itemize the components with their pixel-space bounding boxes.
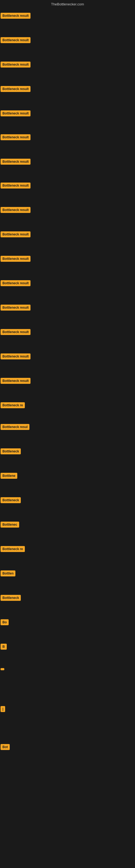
bottleneck-label: Bottleneck result xyxy=(1,305,31,311)
bottleneck-label: Bo xyxy=(1,619,9,625)
bottleneck-label: Bottleneck result xyxy=(1,231,31,237)
bottleneck-label: Bottleneck result xyxy=(1,280,31,286)
bottleneck-label xyxy=(1,668,4,670)
bottleneck-label: Bottleneck xyxy=(1,595,21,601)
bottleneck-label: Bottleneck result xyxy=(1,256,31,262)
bottleneck-label: Bottlen xyxy=(1,570,15,577)
bottleneck-label: B xyxy=(1,644,7,650)
bottleneck-label: Bottlene xyxy=(1,473,17,479)
bottleneck-label: Bottleneck result xyxy=(1,329,31,335)
bottleneck-label: Bottleneck result xyxy=(1,13,31,19)
bottleneck-label: Bottleneck result xyxy=(1,159,31,165)
bottleneck-label: Bottleneck result xyxy=(1,37,31,43)
bottleneck-label: Bottleneck result xyxy=(1,134,31,140)
bottleneck-label: Bottleneck result xyxy=(1,207,31,213)
bottleneck-label: Bottleneck result xyxy=(1,183,31,188)
bottleneck-label: Bottleneck result xyxy=(1,378,31,384)
bottleneck-label: Bottlenec xyxy=(1,522,19,528)
site-title: TheBottlenecker.com xyxy=(0,0,135,7)
bottleneck-label: Bottleneck result xyxy=(1,62,31,67)
bottleneck-label: Bottleneck resul xyxy=(1,424,30,430)
bottleneck-label: | xyxy=(1,706,5,712)
bottleneck-label: Bottleneck xyxy=(1,497,21,503)
bottleneck-label: Bottleneck xyxy=(1,448,21,454)
bottleneck-label: Bottleneck re xyxy=(1,402,25,408)
site-header: TheBottlenecker.com xyxy=(0,0,135,7)
bottleneck-label: Bottleneck re xyxy=(1,546,25,552)
bottleneck-label: Bottleneck result xyxy=(1,353,31,360)
bottleneck-label: Bot xyxy=(1,744,10,750)
bottleneck-label: Bottleneck result xyxy=(1,86,31,92)
bottleneck-label: Bottleneck result xyxy=(1,111,31,116)
